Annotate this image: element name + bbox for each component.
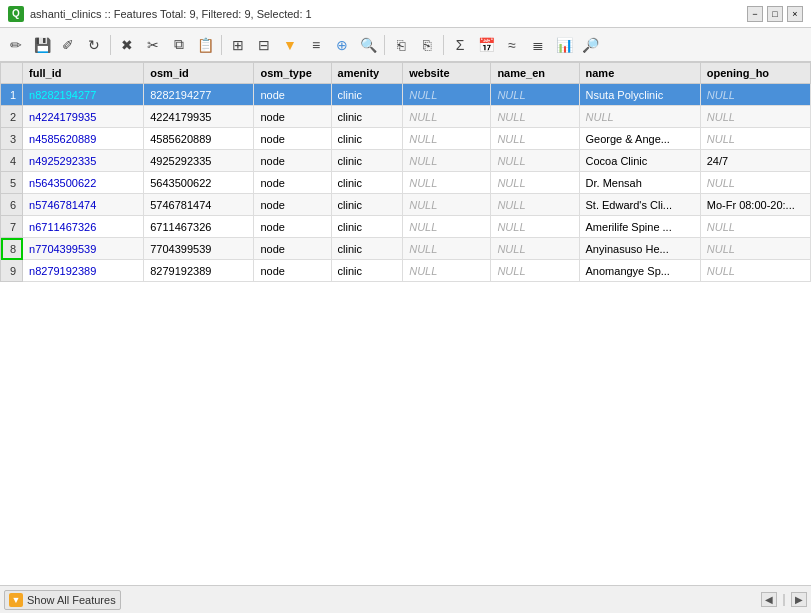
- table-row[interactable]: 7n67114673266711467326nodeclinicNULLNULL…: [1, 216, 811, 238]
- filter-button[interactable]: ▼: [278, 33, 302, 57]
- cell-rownum: 6: [1, 194, 23, 216]
- table-row[interactable]: 5n56435006225643500622nodeclinicNULLNULL…: [1, 172, 811, 194]
- cell-full_id: n4585620889: [23, 128, 144, 150]
- cell-name_en: NULL: [491, 216, 579, 238]
- cell-name: St. Edward's Cli...: [579, 194, 700, 216]
- col-header-name_en[interactable]: name_en: [491, 63, 579, 84]
- cell-osm_id: 4224179935: [144, 106, 254, 128]
- filter-icon: ▼: [9, 593, 23, 607]
- digitize-button[interactable]: ✐: [56, 33, 80, 57]
- scroll-right-button[interactable]: ▶: [791, 592, 807, 607]
- cell-name: George & Ange...: [579, 128, 700, 150]
- cell-website: NULL: [403, 106, 491, 128]
- close-button[interactable]: ×: [787, 6, 803, 22]
- toolbar-separator-2: [221, 35, 222, 55]
- table-row[interactable]: 1n82821942778282194277nodeclinicNULLNULL…: [1, 84, 811, 106]
- table-row[interactable]: 2n42241799354224179935nodeclinicNULLNULL…: [1, 106, 811, 128]
- cell-name_en: NULL: [491, 194, 579, 216]
- table-container[interactable]: full_id osm_id osm_type amenity website …: [0, 62, 811, 585]
- cut-button[interactable]: ✂: [141, 33, 165, 57]
- process-button[interactable]: ≣: [526, 33, 550, 57]
- cell-osm_type: node: [254, 194, 331, 216]
- delete-button[interactable]: ✖: [115, 33, 139, 57]
- cell-name: Dr. Mensah: [579, 172, 700, 194]
- copy2-button[interactable]: ⎗: [389, 33, 413, 57]
- cell-rownum: 7: [1, 216, 23, 238]
- cell-opening_ho: 24/7: [700, 150, 810, 172]
- refresh-button[interactable]: ↻: [82, 33, 106, 57]
- cell-opening_ho: NULL: [700, 84, 810, 106]
- table-header-row: full_id osm_id osm_type amenity website …: [1, 63, 811, 84]
- cell-name_en: NULL: [491, 84, 579, 106]
- cell-name: Cocoa Clinic: [579, 150, 700, 172]
- cell-website: NULL: [403, 172, 491, 194]
- table-row[interactable]: 4n49252923354925292335nodeclinicNULLNULL…: [1, 150, 811, 172]
- cell-full_id: n5746781474: [23, 194, 144, 216]
- deselect-button[interactable]: ⊟: [252, 33, 276, 57]
- col-header-opening_ho[interactable]: opening_ho: [700, 63, 810, 84]
- cell-amenity: clinic: [331, 194, 403, 216]
- cell-amenity: clinic: [331, 238, 403, 260]
- paste2-button[interactable]: ⎘: [415, 33, 439, 57]
- horizontal-scrollbar[interactable]: [783, 594, 785, 606]
- cell-osm_type: node: [254, 216, 331, 238]
- cell-amenity: clinic: [331, 84, 403, 106]
- calculator-button[interactable]: Σ: [448, 33, 472, 57]
- scroll-indicator: ◀ ▶: [761, 592, 807, 607]
- col-header-rownum[interactable]: [1, 63, 23, 84]
- cell-website: NULL: [403, 216, 491, 238]
- col-header-osm_type[interactable]: osm_type: [254, 63, 331, 84]
- cell-rownum: 8: [1, 238, 23, 260]
- copy-button[interactable]: ⧉: [167, 33, 191, 57]
- select-all-button[interactable]: ⊞: [226, 33, 250, 57]
- show-all-features-button[interactable]: ▼ Show All Features: [4, 590, 121, 610]
- cell-website: NULL: [403, 194, 491, 216]
- cell-osm_id: 4925292335: [144, 150, 254, 172]
- stats-button[interactable]: 📊: [552, 33, 576, 57]
- cell-amenity: clinic: [331, 150, 403, 172]
- cell-amenity: clinic: [331, 216, 403, 238]
- save-button[interactable]: 💾: [30, 33, 54, 57]
- table-view-button[interactable]: ≡: [304, 33, 328, 57]
- table-row[interactable]: 9n82791923898279192389nodeclinicNULLNULL…: [1, 260, 811, 282]
- cell-website: NULL: [403, 238, 491, 260]
- cell-opening_ho: Mo-Fr 08:00-20:...: [700, 194, 810, 216]
- col-header-amenity[interactable]: amenity: [331, 63, 403, 84]
- cell-osm_type: node: [254, 260, 331, 282]
- cell-rownum: 4: [1, 150, 23, 172]
- col-header-name[interactable]: name: [579, 63, 700, 84]
- cell-name_en: NULL: [491, 238, 579, 260]
- minimize-button[interactable]: −: [747, 6, 763, 22]
- cell-osm_id: 6711467326: [144, 216, 254, 238]
- cell-rownum: 3: [1, 128, 23, 150]
- cell-full_id: n7704399539: [23, 238, 144, 260]
- cell-osm_id: 5746781474: [144, 194, 254, 216]
- edit-pencil-button[interactable]: ✏: [4, 33, 28, 57]
- table-row[interactable]: 6n57467814745746781474nodeclinicNULLNULL…: [1, 194, 811, 216]
- search-button[interactable]: 🔍: [356, 33, 380, 57]
- cell-opening_ho: NULL: [700, 106, 810, 128]
- magnifier-button[interactable]: 🔎: [578, 33, 602, 57]
- table-row[interactable]: 8n77043995397704399539nodeclinicNULLNULL…: [1, 238, 811, 260]
- date-button[interactable]: 📅: [474, 33, 498, 57]
- col-header-website[interactable]: website: [403, 63, 491, 84]
- cell-name: Amerilife Spine ...: [579, 216, 700, 238]
- cell-name: NULL: [579, 106, 700, 128]
- app-icon: Q: [8, 6, 24, 22]
- cell-osm_id: 5643500622: [144, 172, 254, 194]
- cell-name: Anyinasuso He...: [579, 238, 700, 260]
- col-header-osm_id[interactable]: osm_id: [144, 63, 254, 84]
- paste-button[interactable]: 📋: [193, 33, 217, 57]
- maximize-button[interactable]: □: [767, 6, 783, 22]
- cell-opening_ho: NULL: [700, 260, 810, 282]
- cell-rownum: 5: [1, 172, 23, 194]
- cell-name_en: NULL: [491, 172, 579, 194]
- col-header-full_id[interactable]: full_id: [23, 63, 144, 84]
- scroll-left-button[interactable]: ◀: [761, 592, 777, 607]
- table-row[interactable]: 3n45856208894585620889nodeclinicNULLNULL…: [1, 128, 811, 150]
- cell-full_id: n5643500622: [23, 172, 144, 194]
- map-view-button[interactable]: ⊕: [330, 33, 354, 57]
- cell-osm_id: 8279192389: [144, 260, 254, 282]
- cell-full_id: n4224179935: [23, 106, 144, 128]
- conditional-button[interactable]: ≈: [500, 33, 524, 57]
